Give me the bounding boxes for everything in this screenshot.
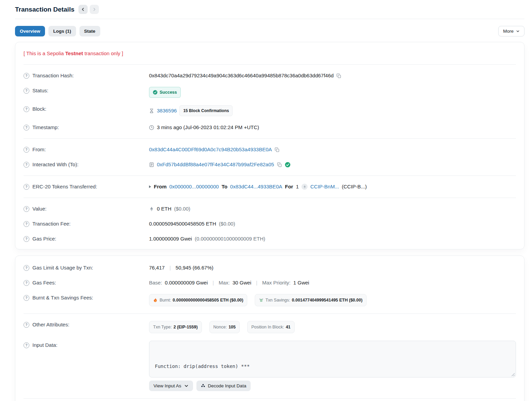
eth-icon bbox=[149, 206, 154, 212]
copy-icon bbox=[277, 162, 282, 167]
max-fee-value: 30 Gwei bbox=[233, 279, 251, 287]
nonce-value: 105 bbox=[228, 323, 236, 331]
timestamp-value: 3 mins ago (Jul-06-2023 01:02:24 PM +UTC… bbox=[157, 124, 259, 131]
copy-hash-button[interactable] bbox=[336, 73, 341, 78]
verified-check-icon bbox=[285, 162, 291, 168]
view-input-as-button[interactable]: View Input As bbox=[149, 381, 193, 391]
gas-fees-row: ? Gas Fees: Base: 0.000000009 Gwei | Max… bbox=[24, 275, 516, 290]
copy-icon bbox=[336, 73, 341, 78]
help-icon[interactable]: ? bbox=[24, 73, 29, 79]
transfer-to-address-link[interactable]: 0x83dC44...4933BE0A bbox=[230, 183, 282, 190]
gas-price-row: ? Gas Price: 1.000000009 Gwei (0.0000000… bbox=[24, 231, 516, 246]
decode-input-data-label: Decode Input Data bbox=[208, 383, 247, 388]
tab-state[interactable]: State bbox=[79, 26, 100, 36]
transfer-for-word: For bbox=[285, 183, 293, 190]
view-input-as-label: View Input As bbox=[153, 383, 181, 388]
burnt-savings-label: Burnt & Txn Savings Fees: bbox=[32, 294, 93, 302]
block-confirmations-badge: 15 Block Confirmations bbox=[179, 105, 233, 116]
token-symbol: (CCIP-B...) bbox=[342, 183, 367, 190]
other-attributes-label: Other Attributes: bbox=[32, 321, 69, 328]
position-label: Position In Block: bbox=[251, 323, 284, 331]
tab-overview[interactable]: Overview bbox=[15, 26, 45, 36]
transfer-from-word: From bbox=[154, 183, 167, 190]
position-value: 41 bbox=[286, 323, 291, 331]
divider bbox=[24, 198, 516, 198]
caret-right-icon bbox=[149, 185, 151, 188]
help-icon[interactable]: ? bbox=[24, 184, 29, 190]
page-header: Transaction Details bbox=[15, 3, 524, 19]
help-icon[interactable]: ? bbox=[24, 147, 29, 153]
erc20-transfers-label: ERC-20 Tokens Transferred: bbox=[32, 183, 97, 190]
divider bbox=[24, 398, 516, 399]
gas-price-label: Gas Price: bbox=[32, 235, 56, 243]
contract-icon bbox=[149, 162, 154, 167]
status-label: Status: bbox=[32, 87, 48, 94]
value-row: ? Value: 0 ETH ($0.00) bbox=[24, 201, 516, 216]
clock-icon bbox=[149, 125, 154, 130]
testnet-warning-prefix: [ This is a Sepolia bbox=[24, 50, 65, 56]
help-icon[interactable]: ? bbox=[24, 342, 29, 348]
timestamp-label: Timestamp: bbox=[32, 124, 59, 131]
token-name-link[interactable]: CCIP-BnM... bbox=[310, 183, 339, 190]
token-icon bbox=[301, 184, 308, 190]
burnt-savings-row: ? Burnt & Txn Savings Fees: Burnt: 0.000… bbox=[24, 290, 516, 310]
help-icon[interactable]: ? bbox=[24, 162, 29, 168]
to-address-link[interactable]: 0xFd57b4ddBf88a4e07fF4e34C487b99af2Fe82a… bbox=[157, 161, 274, 168]
max-fee-label: Max: bbox=[219, 279, 230, 287]
testnet-warning-suffix: transaction only ] bbox=[83, 50, 123, 56]
next-transaction-button[interactable] bbox=[90, 5, 99, 14]
help-icon[interactable]: ? bbox=[24, 322, 29, 328]
other-attributes-row: ? Other Attributes: Txn Type: 2 (EIP-155… bbox=[24, 317, 516, 337]
previous-transaction-button[interactable] bbox=[78, 5, 88, 14]
cubes-icon bbox=[201, 384, 205, 388]
value-label: Value: bbox=[32, 205, 46, 213]
gas-limit-row: ? Gas Limit & Usage by Txn: 76,417 | 50,… bbox=[24, 259, 516, 275]
txn-type-badge: Txn Type: 2 (EIP-1559) bbox=[149, 321, 202, 333]
input-data-label: Input Data: bbox=[32, 341, 57, 349]
details-card: ? Gas Limit & Usage by Txn: 76,417 | 50,… bbox=[15, 256, 524, 401]
input-data-textarea[interactable]: Function: drip(address token) *** Method… bbox=[149, 341, 516, 377]
interacted-with-row: ? Interacted With (To): 0xFd57b4ddBf88a4… bbox=[24, 157, 516, 172]
help-icon[interactable]: ? bbox=[24, 280, 29, 286]
help-icon[interactable]: ? bbox=[24, 236, 29, 242]
status-text: Success bbox=[160, 89, 177, 96]
decode-input-data-button[interactable]: Decode Input Data bbox=[196, 381, 251, 391]
more-dropdown-label: More bbox=[503, 29, 514, 34]
copy-to-address-button[interactable] bbox=[277, 162, 282, 167]
more-dropdown-button[interactable]: More bbox=[498, 26, 524, 36]
timestamp-row: ? Timestamp: 3 mins ago (Jul-06-2023 01:… bbox=[24, 120, 516, 135]
transfer-amount: 1 bbox=[296, 183, 299, 190]
burnt-label-text: Burnt: bbox=[160, 296, 171, 304]
transaction-fee-label: Transaction Fee: bbox=[32, 220, 71, 228]
help-icon[interactable]: ? bbox=[24, 88, 29, 94]
help-icon[interactable]: ? bbox=[24, 206, 29, 212]
help-icon[interactable]: ? bbox=[24, 221, 29, 227]
help-icon[interactable]: ? bbox=[24, 295, 29, 301]
base-fee-label: Base: bbox=[149, 279, 162, 287]
interacted-with-label: Interacted With (To): bbox=[32, 161, 78, 168]
help-icon[interactable]: ? bbox=[24, 125, 29, 130]
transfer-from-address-link[interactable]: 0x000000...00000000 bbox=[169, 183, 219, 190]
status-badge: Success bbox=[149, 87, 181, 98]
tab-logs[interactable]: Logs (1) bbox=[48, 26, 76, 36]
gas-price-gwei: 1.000000009 Gwei bbox=[149, 235, 192, 243]
from-address-link[interactable]: 0x83dC44a4C00DFf69d0A0c7c94B20b53a4933BE… bbox=[149, 146, 272, 153]
check-circle-icon bbox=[153, 90, 158, 95]
page-title: Transaction Details bbox=[15, 6, 74, 13]
nonce-label: Nonce: bbox=[213, 323, 227, 331]
erc20-transfers-row: ? ERC-20 Tokens Transferred: From 0x0000… bbox=[24, 179, 516, 194]
hourglass-icon bbox=[149, 108, 154, 113]
position-in-block-badge: Position In Block: 41 bbox=[247, 321, 295, 333]
help-icon[interactable]: ? bbox=[24, 106, 29, 112]
block-number-link[interactable]: 3836596 bbox=[157, 107, 177, 114]
block-row: ? Block: 3836596 15 Block Confirmations bbox=[24, 102, 516, 120]
divider bbox=[24, 64, 516, 65]
burnt-value: 0.000000000000458505 ETH ($0.00) bbox=[173, 296, 243, 304]
copy-from-address-button[interactable] bbox=[275, 147, 280, 152]
resize-handle[interactable] bbox=[511, 372, 515, 376]
testnet-warning-bold: Testnet bbox=[65, 50, 83, 56]
pipe-separator: | bbox=[254, 279, 260, 287]
from-label: From: bbox=[32, 146, 46, 153]
help-icon[interactable]: ? bbox=[24, 265, 29, 271]
flame-icon bbox=[153, 298, 158, 303]
